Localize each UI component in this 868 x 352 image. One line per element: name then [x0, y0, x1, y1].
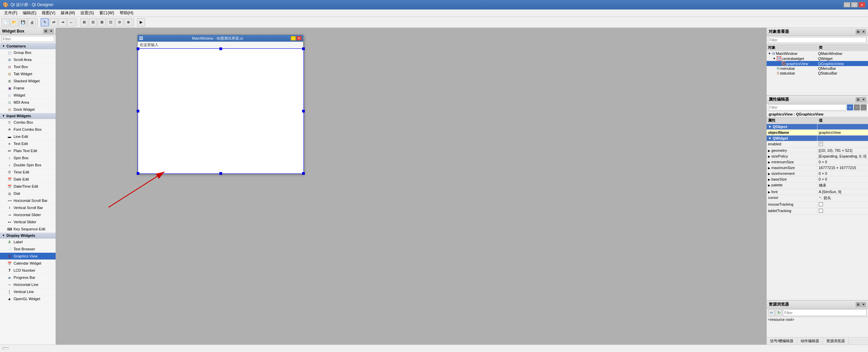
tree-item-centralwidget[interactable]: ▼ W centralwidget QWidget: [767, 56, 868, 61]
widget-item-vline[interactable]: │ Vertical Line: [0, 288, 56, 295]
buddy-button[interactable]: ↔: [67, 18, 75, 26]
designer-window[interactable]: 🖼 MainWindow - 绘图测试界面.ui ─ ✕ 在这里输入: [137, 35, 303, 174]
designer-window-buttons[interactable]: ─ ✕: [291, 36, 302, 41]
layout-form-button[interactable]: ⊡: [106, 18, 115, 26]
widget-item-datetimeedit[interactable]: 📅 Date/Time Edit: [0, 183, 56, 190]
property-editor-header-buttons[interactable]: ⊟ ✕: [856, 97, 866, 102]
menu-view[interactable]: 视图(V): [39, 9, 58, 17]
widget-box-header-buttons[interactable]: ⊟ ✕: [43, 29, 54, 34]
widget-item-openglwidget[interactable]: ◈ OpenGL Widget: [0, 295, 56, 303]
resource-filter-input[interactable]: [783, 309, 867, 316]
connect-button[interactable]: ⇌: [50, 18, 58, 26]
widget-item-label[interactable]: A Label: [0, 239, 56, 246]
layout-grid-button[interactable]: ⊠: [98, 18, 106, 26]
widget-item-dockwidget[interactable]: ⊟ Dock Widget: [0, 106, 56, 113]
save-button[interactable]: 💾: [19, 18, 27, 26]
prop-palette-row[interactable]: ▶ palette 继承: [767, 182, 868, 189]
widget-item-plaintextedit[interactable]: A≡ Plain Text Edit: [0, 147, 56, 154]
widget-item-tabwidget[interactable]: ⊟ Tab Widget: [0, 70, 56, 78]
maximize-button[interactable]: □: [851, 2, 858, 7]
widget-box-close-button[interactable]: ✕: [49, 29, 54, 34]
prop-enabled-row[interactable]: enabled: [767, 141, 868, 148]
tab-order-button[interactable]: ⇥: [58, 18, 66, 26]
menu-settings[interactable]: 设置(S): [78, 9, 97, 17]
prop-sizeincrement-row[interactable]: ▶ sizeIncrement 0 × 0: [767, 171, 868, 177]
widget-item-graphicsview[interactable]: 🖼 Graphics View: [0, 253, 56, 260]
property-editor-float-button[interactable]: ⊟: [856, 97, 861, 102]
widget-item-groupbox[interactable]: ▢ Group Box: [0, 49, 56, 56]
prop-font-row[interactable]: ▶ font A [SimSun, 9]: [767, 189, 868, 195]
object-inspector-header-buttons[interactable]: ⊟ ✕: [856, 29, 866, 34]
widget-item-frame[interactable]: ▣ Frame: [0, 85, 56, 92]
property-filter-input[interactable]: [768, 104, 846, 110]
widget-item-lineedit[interactable]: ▬ Line Edit: [0, 133, 56, 140]
widget-item-dateedit[interactable]: 📅 Date Edit: [0, 176, 56, 183]
widget-item-textedit[interactable]: ≡ Text Edit: [0, 140, 56, 147]
resource-browser-close-button[interactable]: ✕: [861, 302, 866, 307]
object-inspector-close-button[interactable]: ✕: [861, 29, 866, 34]
tree-item-mainwindow[interactable]: ▼ W MainWindow QMainWindow: [767, 51, 868, 56]
property-add-button[interactable]: +: [847, 104, 853, 110]
widget-item-timeedit[interactable]: ⏱ Time Edit: [0, 169, 56, 176]
widget-item-hslider[interactable]: ⊸ Horizontal Slider: [0, 211, 56, 219]
designer-close-button[interactable]: ✕: [296, 36, 302, 41]
prop-sizepolicy-row[interactable]: ▶ sizePolicy [Expanding, Expanding, 0, 0…: [767, 153, 868, 159]
property-minus-button[interactable]: −: [854, 104, 860, 110]
widget-item-mdiarea[interactable]: ⊡ MDI Area: [0, 99, 56, 106]
widget-item-stackedwidget[interactable]: ⊠ Stacked Widget: [0, 78, 56, 85]
qobject-section-header[interactable]: ▼ QObject: [767, 124, 868, 130]
resource-edit-button[interactable]: ✏: [768, 309, 775, 316]
prop-tablettracking-row[interactable]: tabletTracking: [767, 208, 868, 214]
tree-item-graphicsview[interactable]: G graphicsView QGraphicsView: [767, 61, 868, 66]
prop-maximumsize-row[interactable]: ▶ maximumSize 16777215 × 16777215: [767, 165, 868, 171]
prop-mousetracking-row[interactable]: mouseTracking: [767, 202, 868, 208]
widget-box-float-button[interactable]: ⊟: [43, 29, 48, 34]
print-button[interactable]: 🖨: [28, 18, 36, 26]
widget-item-spinbox[interactable]: ↕ Spin Box: [0, 154, 56, 162]
widget-item-fontcombobox[interactable]: A Font Combo Box: [0, 126, 56, 133]
widget-item-vslider[interactable]: ⊷ Vertical Slider: [0, 219, 56, 226]
tablettracking-checkbox[interactable]: [819, 209, 823, 213]
category-display-widgets[interactable]: ▼ Display Widgets: [0, 233, 56, 239]
prop-basesize-row[interactable]: ▶ baseSize 0 × 0: [767, 177, 868, 182]
widget-item-toolbox[interactable]: ⊟ Tool Box: [0, 63, 56, 70]
widget-item-hscrollbar[interactable]: ⟺ Horizontal Scroll Bar: [0, 197, 56, 204]
tab-resource-browser[interactable]: 资源浏览器: [823, 337, 849, 345]
resource-browser-float-button[interactable]: ⊟: [856, 302, 861, 307]
layout-v-button[interactable]: ⊟: [89, 18, 97, 26]
tree-item-statusbar[interactable]: S statusbar QStatusBar: [767, 71, 868, 76]
widget-item-keysequenceedit[interactable]: ⌨ Key Sequence Edit: [0, 226, 56, 233]
widget-item-combobox[interactable]: ▽ Combo Box: [0, 119, 56, 126]
new-button[interactable]: 📄: [1, 18, 9, 26]
tree-item-menubar[interactable]: M menubar QMenuBar: [767, 66, 868, 71]
enabled-checkbox[interactable]: [819, 142, 823, 146]
break-layout-button[interactable]: ⊘: [115, 18, 123, 26]
object-inspector-float-button[interactable]: ⊟: [856, 29, 861, 34]
widget-item-vscrollbar[interactable]: ⇳ Vertical Scroll Bar: [0, 204, 56, 211]
widget-item-widget[interactable]: □ Widget: [0, 92, 56, 99]
pointer-button[interactable]: ↖: [41, 18, 49, 26]
resource-refresh-button[interactable]: ↻: [775, 309, 782, 316]
resource-browser-header-buttons[interactable]: ⊟ ✕: [856, 302, 866, 307]
widget-filter-input[interactable]: [1, 36, 54, 42]
prop-cursor-row[interactable]: cursor ↖ 箭头: [767, 195, 868, 202]
tab-signal-slot-editor[interactable]: 信号/槽编辑器: [767, 337, 797, 345]
widget-item-textbrowser[interactable]: 📄 Text Browser: [0, 246, 56, 253]
qwidget-section-header[interactable]: ▼ QWidget: [767, 136, 868, 141]
open-button[interactable]: 📂: [10, 18, 18, 26]
close-button[interactable]: ✕: [859, 2, 865, 7]
prop-mousetracking-value[interactable]: [817, 202, 868, 208]
minimize-button[interactable]: ─: [844, 2, 850, 7]
widget-item-lcdnumber[interactable]: 7 LCD Number: [0, 267, 56, 274]
prop-objectname-value[interactable]: graphicsView: [817, 130, 868, 135]
designer-minimize-button[interactable]: ─: [291, 36, 296, 41]
prop-geometry-row[interactable]: ▶ geometry [(10, 10), 781 × 521]: [767, 148, 868, 153]
widget-item-dial[interactable]: ◎ Dial: [0, 190, 56, 197]
mousetracking-checkbox[interactable]: [819, 202, 823, 206]
menu-media[interactable]: 媒体(M): [58, 9, 78, 17]
widget-item-hline[interactable]: ─ Horizontal Line: [0, 281, 56, 288]
menu-edit[interactable]: 编辑(E): [20, 9, 39, 17]
menu-window[interactable]: 窗口(W): [97, 9, 117, 17]
prop-enabled-value[interactable]: [817, 141, 868, 147]
prop-minimumsize-row[interactable]: ▶ minimumSize 0 × 0: [767, 159, 868, 165]
